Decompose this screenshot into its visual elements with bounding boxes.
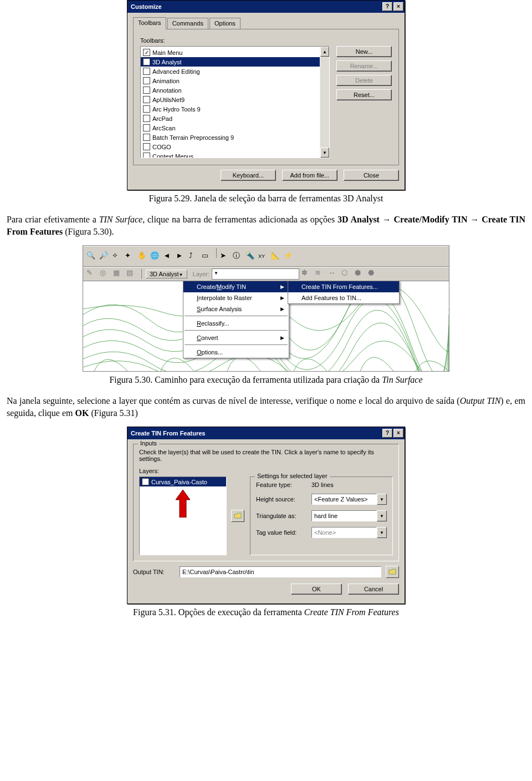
layer-item[interactable]: Curvas_Paiva-Casto	[140, 477, 226, 486]
menu-separator	[185, 330, 288, 331]
tab-commands[interactable]: Commands	[167, 18, 208, 29]
identify-icon[interactable]: ⓘ	[233, 251, 244, 262]
titlebar[interactable]: Customize ? ×	[127, 1, 405, 13]
checkbox-icon[interactable]	[143, 134, 150, 141]
delete-button[interactable]: Delete	[336, 75, 392, 86]
layer-combo[interactable]: ▼	[212, 268, 299, 280]
checkbox-icon[interactable]	[143, 153, 150, 158]
layer-label: Layer:	[193, 271, 210, 277]
list-item[interactable]: 3D Analyst	[141, 57, 320, 67]
context-menu-2: Create TIN From Features...Add Features …	[288, 281, 400, 304]
list-item-label: Context Menus	[152, 153, 193, 158]
checkbox-icon[interactable]	[143, 87, 150, 94]
analyst-dropdown[interactable]: 3D Analyst▼	[146, 270, 187, 278]
menu-item[interactable]: Surface Analysis▶	[183, 303, 289, 315]
checkbox-icon[interactable]	[143, 77, 150, 84]
inputs-group: Inputs Check the layer(s) that will be u…	[133, 444, 399, 561]
checkbox-icon[interactable]	[142, 478, 149, 485]
select-icon[interactable]: ▭	[202, 251, 213, 262]
globe-icon[interactable]: 🌐	[150, 251, 161, 262]
checkbox-icon[interactable]	[143, 105, 150, 113]
list-item[interactable]: Main Menu	[141, 48, 320, 57]
scroll-up-icon[interactable]: ▲	[320, 47, 329, 57]
menu-item[interactable]: Create/Modify TIN▶	[183, 281, 289, 292]
xy-icon[interactable]: XY	[258, 253, 269, 265]
zoom-in-icon[interactable]: 🔍	[86, 251, 98, 262]
checkbox-icon[interactable]	[143, 58, 150, 65]
list-item[interactable]: Animation	[141, 76, 320, 85]
tool-a-icon: ✽	[301, 268, 313, 280]
measure-icon[interactable]: 📐	[271, 251, 282, 262]
figure-caption-3: Figura 5.31. Opções de execução da ferra…	[7, 607, 525, 617]
feature-type-value: 3D lines	[311, 481, 387, 488]
checkbox-icon[interactable]	[143, 96, 150, 103]
list-item[interactable]: Advanced Editing	[141, 67, 320, 76]
menu-item[interactable]: Interpolate to Raster▶	[183, 292, 289, 303]
tag-value-combo[interactable]: <None>▼	[311, 527, 387, 538]
tab-toolbars[interactable]: Toolbars	[133, 17, 166, 29]
menu-item[interactable]: Convert▶	[183, 332, 289, 343]
bolt-icon[interactable]: ⚡	[284, 251, 295, 262]
forward-icon[interactable]: ►	[176, 251, 187, 262]
help-icon[interactable]: ?	[382, 2, 392, 11]
refresh-icon[interactable]: ⤴	[189, 251, 200, 262]
tag-value-label: Tag value field:	[256, 529, 311, 536]
list-item-label: Animation	[152, 78, 180, 84]
close-icon[interactable]: ×	[393, 429, 403, 438]
figure-caption-2: Figura 5.30. Caminho para execução da fe…	[7, 375, 525, 385]
tool-d-icon: ⬡	[341, 268, 352, 280]
checkbox-icon[interactable]	[143, 124, 150, 131]
help-icon[interactable]: ?	[382, 429, 392, 438]
toolbars-listbox[interactable]: Main Menu3D AnalystAdvanced EditingAnima…	[140, 46, 330, 158]
list-item[interactable]: ArcScan	[141, 123, 320, 133]
close-icon[interactable]: ×	[393, 2, 403, 11]
titlebar[interactable]: Create TIN From Features ? ×	[127, 427, 405, 439]
checkbox-icon[interactable]	[143, 68, 150, 75]
output-tin-field[interactable]: E:\Curvas\Paiva-Castro\tin	[180, 566, 381, 577]
fixed-zoom-icon[interactable]: ✦	[125, 251, 136, 262]
list-item[interactable]: ArcPad	[141, 114, 320, 123]
list-item[interactable]: Arc Hydro Tools 9	[141, 104, 320, 114]
pointer-icon[interactable]: ➤	[220, 251, 231, 262]
arcmap-screenshot: 🔍 🔎 ✧ ✦ ✋ 🌐 ◄ ► ⤴ ▭ ➤ ⓘ 🔦 XY 📐 ⚡ ✎ ◎ ▦ ▧…	[83, 245, 449, 372]
full-extent-icon[interactable]: ✧	[112, 251, 123, 262]
tab-options[interactable]: Options	[209, 18, 241, 29]
tool-c-icon: ↔	[328, 268, 339, 280]
menu-item[interactable]: Reclassify...	[183, 318, 289, 329]
browse-layer-button[interactable]	[231, 510, 244, 522]
zoom-out-icon[interactable]: 🔎	[99, 251, 110, 262]
list-item-label: COGO	[152, 144, 171, 150]
submenu-arrow-icon: ▶	[280, 295, 284, 301]
scrollbar[interactable]: ▲ ▼	[320, 47, 329, 158]
height-source-combo[interactable]: <Feature Z Values>▼	[311, 494, 387, 505]
checkbox-icon[interactable]	[143, 143, 150, 150]
keyboard-button[interactable]: Keyboard...	[221, 170, 276, 181]
tab-panel: Toolbars: Main Menu3D AnalystAdvanced Ed…	[133, 29, 399, 165]
inputs-hint: Check the layer(s) that will be used to …	[139, 449, 393, 462]
browse-output-button[interactable]	[386, 566, 399, 578]
list-item[interactable]: ApUtilsNet9	[141, 95, 320, 104]
find-icon[interactable]: 🔦	[245, 251, 257, 262]
triangulate-as-combo[interactable]: hard line▼	[311, 510, 387, 521]
layers-listbox[interactable]: Curvas_Paiva-Casto	[139, 476, 227, 555]
svg-marker-1	[176, 490, 190, 518]
reset-button[interactable]: Reset...	[336, 89, 392, 100]
scroll-down-icon[interactable]: ▼	[320, 148, 329, 158]
list-item[interactable]: Batch Terrain Preprocessing 9	[141, 133, 320, 142]
menu-item[interactable]: Add Features to TIN...	[288, 292, 399, 303]
menu-item[interactable]: Create TIN From Features...	[288, 281, 399, 292]
cancel-button[interactable]: Cancel	[348, 584, 399, 595]
new-button[interactable]: New...	[336, 46, 392, 57]
checkbox-icon[interactable]	[143, 115, 150, 122]
add-from-file-button[interactable]: Add from file...	[282, 170, 337, 181]
back-icon[interactable]: ◄	[163, 251, 174, 262]
ok-button[interactable]: OK	[291, 584, 342, 595]
close-button[interactable]: Close	[344, 170, 399, 181]
list-item[interactable]: Annotation	[141, 85, 320, 95]
list-item[interactable]: COGO	[141, 142, 320, 151]
menu-item[interactable]: Options...	[183, 347, 289, 358]
list-item[interactable]: Context Menus	[141, 151, 320, 158]
rename-button[interactable]: Rename...	[336, 60, 392, 72]
pan-icon[interactable]: ✋	[137, 251, 149, 262]
checkbox-icon[interactable]	[143, 49, 150, 56]
